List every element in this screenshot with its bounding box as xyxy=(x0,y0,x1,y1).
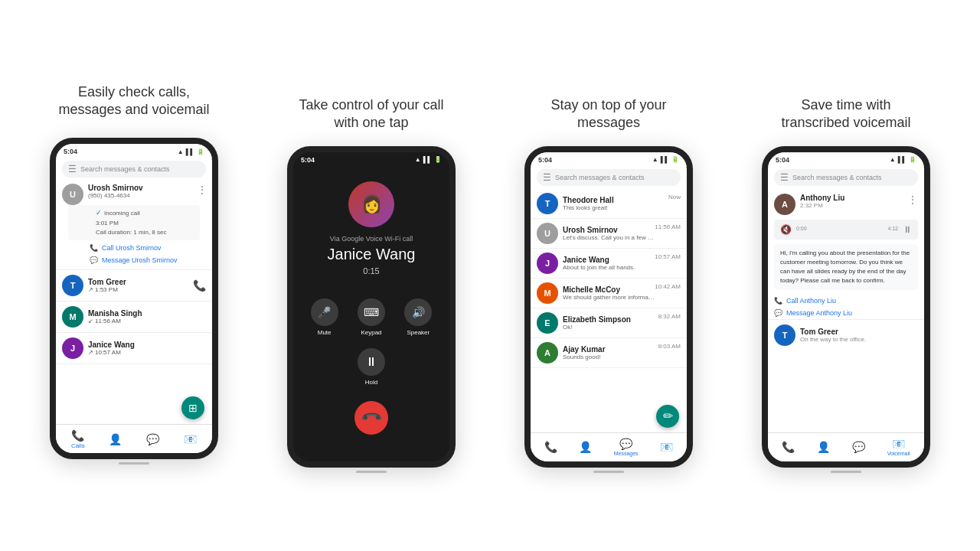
scroll-bar-2 xyxy=(356,471,387,473)
keypad-button[interactable]: ⌨ Keypad xyxy=(358,298,385,336)
contact-item-tom[interactable]: T Tom Greer ↗ 1:53 PM 📞 xyxy=(56,270,212,302)
wifi-icon-4: ▲ xyxy=(890,156,896,163)
phone-voicemail: 5:04 ▲ ▌▌ 🔋 ☰ Search messages & contacts… xyxy=(762,146,930,468)
panel-messages: Stay on top of yourmessages 5:04 ▲ ▌▌ 🔋 … xyxy=(490,78,727,472)
call-action-call[interactable]: 📞 Call Urosh Smirnov xyxy=(62,242,206,254)
p3-nav-calls[interactable]: 📞 xyxy=(544,441,557,453)
pause-icon[interactable]: ⏸ xyxy=(903,224,912,235)
avatar-manisha: M xyxy=(62,306,83,328)
vm-three-dot[interactable]: ⋮ xyxy=(907,194,918,206)
message-icon-small: 💬 xyxy=(90,256,98,264)
avatar-theodore: T xyxy=(537,193,558,214)
mute-button[interactable]: 🎤 Mute xyxy=(311,298,338,336)
three-dot-urosh[interactable]: ⋮ xyxy=(197,184,207,196)
nav-voicemail[interactable]: 📧 xyxy=(184,433,197,445)
p4-nav-calls[interactable]: 📞 xyxy=(782,441,795,453)
panel-calls-title: Easily check calls,messages and voicemai… xyxy=(58,78,209,124)
phone-calls: 5:04 ▲ ▌▌ 🔋 ☰ Search messages & contacts… xyxy=(50,138,218,459)
status-icons-3: ▲ ▌▌ 🔋 xyxy=(652,156,679,163)
p1-search-placeholder: Search messages & contacts xyxy=(80,165,170,173)
msg-item-ajay[interactable]: A Ajay Kumar Sounds good! 8:03 AM xyxy=(531,338,687,368)
p3-messages-label: Messages xyxy=(614,451,639,456)
incoming-icon: ↙ xyxy=(88,318,93,324)
p4-nav-voicemail[interactable]: 📧 Voicemail xyxy=(887,438,910,456)
volume-icon: 🔇 xyxy=(780,224,792,235)
p3-nav-voicemail[interactable]: 📧 xyxy=(660,441,673,453)
p3-calls-icon: 📞 xyxy=(544,441,557,453)
p4-search-bar[interactable]: ☰ Search messages & contacts xyxy=(774,169,918,186)
nav-voicemail-icon: 📧 xyxy=(184,433,197,445)
page-container: Easily check calls,messages and voicemai… xyxy=(0,0,980,551)
call-time: 3:01 PM xyxy=(96,219,194,228)
nav-contacts-icon: 👤 xyxy=(109,433,122,445)
p4-messages-icon: 💬 xyxy=(852,441,865,453)
keypad-icon: ⌨ xyxy=(358,298,385,326)
end-call-button[interactable]: 📞 xyxy=(354,401,388,435)
msg-item-elizabeth[interactable]: E Elizabeth Simpson Ok! 8:32 AM xyxy=(531,308,687,338)
p4-calls-icon: 📞 xyxy=(782,441,795,453)
wifi-icon-3: ▲ xyxy=(652,156,658,163)
dialpad-icon: ⊞ xyxy=(188,402,198,414)
msg-item-urosh[interactable]: U Urosh Smirnov Let's discuss. Call you … xyxy=(531,219,687,249)
contact-name-urosh: Urosh Smirnov xyxy=(88,184,206,192)
p3-nav-contacts[interactable]: 👤 xyxy=(579,441,592,453)
call-controls: 🎤 Mute ⌨ Keypad 🔊 Speaker xyxy=(293,298,449,336)
status-time-3: 5:04 xyxy=(538,156,552,164)
msg-icon-p4: 💬 xyxy=(774,309,782,317)
contact-sub-urosh: (950) 435-4634 xyxy=(88,192,206,199)
nav-calls-label: Calls xyxy=(71,442,85,449)
status-time-1: 5:04 xyxy=(64,148,77,155)
p3-voicemail-icon: 📧 xyxy=(660,441,673,453)
bottom-nav-3: 📞 👤 💬 Messages 📧 xyxy=(531,432,687,461)
scroll-bar-3 xyxy=(593,471,624,473)
audio-time-labels: 0:00 4:12 xyxy=(796,226,898,231)
contact-item-janice[interactable]: J Janice Wang ↗ 10:57 AM xyxy=(56,333,212,364)
status-time-4: 5:04 xyxy=(776,156,789,164)
call-anthony-action[interactable]: 📞 Call Anthony Liu xyxy=(768,295,924,307)
msg-item-theodore[interactable]: T Theodore Hall This looks great! Now xyxy=(531,189,687,219)
bottom-nav-1: 📞 Calls 👤 💬 📧 xyxy=(56,424,212,453)
p4-nav-messages[interactable]: 💬 xyxy=(852,441,865,453)
nav-calls[interactable]: 📞 Calls xyxy=(71,429,85,449)
nav-messages[interactable]: 💬 xyxy=(146,433,159,445)
call-icon-tom: 📞 xyxy=(193,279,206,292)
phone-icon-small: 📞 xyxy=(90,244,98,252)
battery-icon-4: 🔋 xyxy=(909,156,916,163)
wifi-icon: ▲ xyxy=(178,148,184,155)
nav-contacts[interactable]: 👤 xyxy=(109,433,122,445)
end-call-icon: 📞 xyxy=(359,406,383,429)
msg-item-janice[interactable]: J Janice Wang About to join the all hand… xyxy=(531,249,687,279)
avatar-janice: J xyxy=(62,337,83,359)
vm-item-anthony[interactable]: A Anthony Liu 2:32 PM ⋮ xyxy=(768,189,924,220)
audio-playback-bar[interactable]: 🔇 0:00 4:12 ⏸ xyxy=(774,220,918,240)
msg-item-michelle[interactable]: M Michelle McCoy We should gather more i… xyxy=(531,279,687,308)
p4-nav-contacts[interactable]: 👤 xyxy=(817,441,830,453)
contact-item-manisha[interactable]: M Manisha Singh ↙ 11:56 AM xyxy=(56,302,212,333)
call-type: ✓ Incoming call xyxy=(96,208,194,219)
avatar-janice-3: J xyxy=(537,253,558,274)
avatar-michelle: M xyxy=(537,282,558,304)
phone-active-call: 5:04 ▲ ▌▌ 🔋 👩 Via Google Voice Wi-Fi cal… xyxy=(287,146,456,468)
avatar-ajay: A xyxy=(537,342,558,364)
p3-search-placeholder: Search messages & contacts xyxy=(555,174,645,181)
contact-item-tom-2[interactable]: T Tom Greer On the way to the office. xyxy=(768,319,924,350)
speaker-button[interactable]: 🔊 Speaker xyxy=(404,298,432,336)
hold-button[interactable]: ⏸ Hold xyxy=(293,348,449,386)
hamburger-icon-3: ☰ xyxy=(543,172,551,183)
contact-item-urosh[interactable]: U Urosh Smirnov (950) 435-4634 ⋮ ✓ Incom… xyxy=(56,181,212,270)
fab-compose[interactable]: ✏ xyxy=(656,405,679,428)
p4-voicemail-icon: 📧 xyxy=(892,438,905,450)
call-action-message[interactable]: 💬 Message Urosh Smirnov xyxy=(62,254,206,266)
checkmark-icon: ✓ xyxy=(96,208,102,219)
p3-messages-icon: 💬 xyxy=(619,438,632,450)
p1-search-bar[interactable]: ☰ Search messages & contacts xyxy=(62,161,206,178)
mute-icon: 🎤 xyxy=(311,298,338,326)
message-anthony-action[interactable]: 💬 Message Anthony Liu xyxy=(768,307,924,319)
signal-icon-2: ▌▌ xyxy=(423,156,432,163)
hold-icon: ⏸ xyxy=(358,348,385,376)
p3-nav-messages[interactable]: 💬 Messages xyxy=(614,438,639,456)
p4-contacts-icon: 👤 xyxy=(817,441,830,453)
fab-dialpad[interactable]: ⊞ xyxy=(181,396,204,419)
contact-info-manisha: Manisha Singh ↙ 11:56 AM xyxy=(88,309,206,324)
p3-search-bar[interactable]: ☰ Search messages & contacts xyxy=(537,169,681,186)
